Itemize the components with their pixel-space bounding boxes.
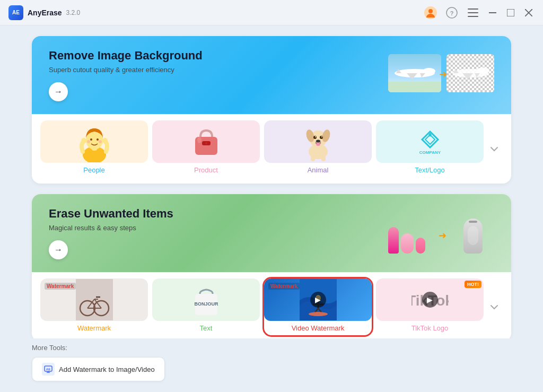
window-controls: ? [423,5,535,20]
category-text[interactable]: BONJOUR Text [152,278,260,335]
menu-icon[interactable] [466,5,480,20]
textlogo-label: Text/Logo [415,166,444,174]
more-tools-section: More Tools: AE Add Watermark to Image/Vi… [0,338,543,392]
svg-rect-5 [468,12,478,13]
close-button[interactable] [523,7,535,19]
erase-items-banner: Erase Unwanted Items Magical results & e… [32,194,511,272]
category-textlogo[interactable]: COMPANY Text/Logo [376,120,484,177]
category-video-watermark[interactable]: Watermark [264,278,372,335]
svg-point-1 [428,9,433,13]
tiktok-label: TikTok Logo [411,324,449,332]
product-label: Product [194,166,218,174]
erase-items-card: Erase Unwanted Items Magical results & e… [32,194,511,338]
remove-background-banner: Remove Image Background Superb cutout qu… [32,36,511,114]
svg-point-17 [477,67,489,74]
svg-text:COMPANY: COMPANY [419,150,441,155]
category-tiles-row1: People [40,120,484,177]
svg-point-32 [205,142,207,144]
svg-point-24 [81,138,86,143]
erase-banner-subtitle: Magical results & easy steps [49,224,388,232]
category-people[interactable]: People [40,120,148,177]
svg-point-39 [320,136,323,139]
textlogo-image: COMPANY [376,120,484,163]
watermark-label: Watermark [77,324,111,332]
svg-point-43 [316,140,320,143]
svg-rect-8 [507,9,514,16]
erase-banner-text: Erase Unwanted Items Magical results & e… [49,207,388,259]
people-image [40,120,148,163]
svg-point-27 [97,138,99,141]
watermark-overlay-text: Watermark [45,283,76,290]
svg-rect-45 [311,156,315,161]
svg-point-40 [315,136,316,137]
people-label: People [83,166,104,174]
svg-point-38 [313,136,317,139]
user-avatar-icon[interactable] [423,5,438,20]
remove-bg-categories: People [32,114,511,184]
svg-point-41 [321,136,322,137]
bottle-illustration: ➜ [388,210,494,257]
svg-rect-6 [468,16,478,17]
erase-banner-image: ➜ [388,210,494,257]
svg-point-29 [99,140,102,143]
product-image [152,120,260,163]
category-animal[interactable]: Animal [264,120,372,177]
add-watermark-button[interactable]: AE Add Watermark to Image/Video [32,357,165,381]
plane-illustration: ➜ [388,51,494,99]
watermark-tool-icon: AE [42,363,55,376]
erase-banner-arrow-button[interactable]: → [49,240,68,259]
svg-rect-7 [489,12,496,13]
more-tools-label: More Tools: [32,344,511,352]
svg-rect-46 [321,156,326,161]
main-content: Remove Image Background Superb cutout qu… [0,25,543,338]
add-watermark-label: Add Watermark to Image/Video [59,365,155,373]
app-logo: AE [8,5,23,20]
text-label: Text [200,324,213,332]
svg-text:AE: AE [46,368,50,371]
svg-rect-4 [468,8,478,10]
category-tiktok[interactable]: HOT! TikTok ▶ TikTok Logo [376,278,484,335]
svg-text:BONJOUR: BONJOUR [194,301,218,307]
hot-badge: HOT! [465,281,481,288]
banner-text: Remove Image Background Superb cutout qu… [49,49,388,101]
svg-point-44 [316,143,320,146]
svg-point-33 [197,137,202,143]
svg-text:?: ? [450,10,454,16]
svg-point-25 [102,138,108,143]
minimize-button[interactable] [487,7,498,19]
svg-point-26 [90,138,92,141]
app-version: 3.2.0 [66,9,81,16]
remove-background-card: Remove Image Background Superb cutout qu… [32,36,511,184]
help-icon[interactable]: ? [444,5,459,20]
title-bar: AE AnyErase 3.2.0 ? [0,0,543,25]
tiktok-image: HOT! TikTok ▶ [376,278,484,321]
video-watermark-image: Watermark [264,278,372,321]
category-watermark[interactable]: Watermark [40,278,148,335]
banner-image: ➜ [388,51,494,99]
maximize-button[interactable] [505,7,516,19]
category-product[interactable]: Product [152,120,260,177]
erase-banner-title: Erase Unwanted Items [49,207,388,221]
erase-categories: Watermark [32,272,511,338]
video-watermark-label: Video Watermark [292,324,345,332]
svg-point-65 [309,312,328,316]
play-button[interactable]: ▶ [310,292,326,308]
text-image: BONJOUR [152,278,260,321]
banner-title: Remove Image Background [49,49,388,63]
app-name: AnyErase [28,8,62,17]
svg-point-28 [87,140,90,143]
section2-expand-button[interactable] [486,299,503,316]
category-tiles-row2: Watermark [40,278,484,335]
app-branding: AE AnyErase 3.2.0 [8,5,80,20]
animal-label: Animal [308,166,329,174]
banner-arrow-button[interactable]: → [49,82,68,101]
video-watermark-overlay-text: Watermark [268,283,300,290]
banner-subtitle: Superb cutout quality & greater efficien… [49,66,388,74]
watermark-image: Watermark [40,278,148,321]
animal-image [264,120,372,163]
section1-expand-button[interactable] [486,141,503,158]
